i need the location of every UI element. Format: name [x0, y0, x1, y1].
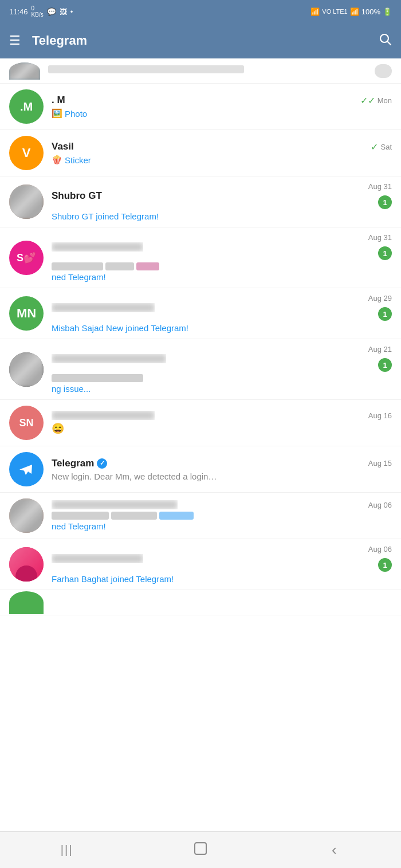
status-left: 11:46 0KB/s 💬 🖼 •	[9, 5, 73, 18]
chat-item-farhan[interactable]: Aug 06 1 Farhan Baghat joined Telegram!	[0, 539, 401, 590]
blurred-name	[52, 303, 155, 312]
avatar-initials: SN	[19, 417, 33, 429]
partial-chat-item[interactable]	[0, 58, 401, 84]
hamburger-menu-icon[interactable]: ☰	[9, 33, 21, 48]
svg-rect-2	[195, 843, 206, 854]
chat-time: Aug 29	[368, 294, 392, 303]
status-bar: 11:46 0KB/s 💬 🖼 • 📶 VO LTE1 📶 100% 🔋	[0, 0, 401, 23]
chat-header: Aug 31 1	[52, 233, 392, 260]
emoji-preview: 😄	[52, 422, 64, 435]
signal-bars: 📶	[350, 7, 359, 16]
back-icon: ‹	[332, 841, 337, 859]
avatar-shubro	[9, 184, 44, 219]
chat-preview: ng issue...	[52, 374, 392, 394]
chat-content-sn: Aug 16 😄	[52, 411, 392, 435]
chat-item-vasil[interactable]: V Vasil ✓ Sat 🍿 Sticker	[0, 130, 401, 176]
chat-time: ✓ Sat	[371, 142, 392, 152]
chat-preview: ned Telegram!	[52, 512, 392, 531]
avatar-blurred-aug06-1	[9, 498, 44, 533]
chat-name	[52, 242, 143, 252]
app-bar: ☰ Telegram	[0, 23, 401, 58]
status-right: 📶 VO LTE1 📶 100% 🔋	[310, 7, 392, 16]
chat-list: .M . M ✓✓ Mon 🖼️ Photo V	[0, 58, 401, 615]
chat-item-blurred-aug06-1[interactable]: Aug 06 ned Telegram!	[0, 493, 401, 539]
chat-item-telegram[interactable]: Telegram ✓ Aug 15 New login. Dear Mm, we…	[0, 446, 401, 493]
chat-name: Vasil	[52, 141, 74, 152]
chat-name: . M	[52, 95, 65, 106]
chat-time: Aug 15	[368, 459, 392, 468]
dot-indicator: •	[70, 7, 73, 16]
blurred-name	[52, 354, 166, 363]
nav-back-button[interactable]: ‹	[311, 839, 357, 862]
image-icon: 🖼	[60, 7, 67, 16]
chat-header: Telegram ✓ Aug 15	[52, 458, 392, 469]
chat-meta: Aug 21 1	[352, 345, 392, 372]
chat-meta: Aug 31 1	[352, 233, 392, 260]
nav-home-button[interactable]	[178, 839, 223, 862]
chat-header: Aug 29 1	[52, 294, 392, 321]
app-title: Telegram	[32, 33, 378, 48]
kb-indicator: 0KB/s	[32, 5, 44, 18]
double-check-icon: ✓✓	[360, 95, 375, 106]
chat-content-farhan: Aug 06 1 Farhan Baghat joined Telegram!	[52, 545, 392, 584]
chat-preview: 🍿 Sticker	[52, 155, 392, 165]
partial-bottom-item[interactable]	[0, 590, 401, 615]
avatar-initials: S💕	[17, 252, 36, 264]
avatar-blurred-aug21	[9, 352, 44, 387]
chat-name	[52, 354, 166, 363]
photo-emoji: 🖼️	[52, 108, 62, 119]
chat-header: Aug 16	[52, 411, 392, 420]
chat-name	[52, 303, 155, 312]
chat-item-sn[interactable]: SN Aug 16 😄	[0, 400, 401, 446]
avatar-telegram	[9, 452, 44, 486]
avatar-mn: MN	[9, 296, 44, 331]
blurred-name	[52, 554, 143, 563]
nav-bar: ||| ‹	[0, 831, 401, 868]
avatar-dot-m: .M	[9, 89, 44, 124]
single-check-icon: ✓	[371, 142, 378, 152]
chat-content-telegram: Telegram ✓ Aug 15 New login. Dear Mm, we…	[52, 458, 392, 481]
chat-name	[52, 411, 155, 420]
chat-item-mn[interactable]: MN Aug 29 1 Misbah Sajad New joined Tele…	[0, 288, 401, 339]
chat-name: Shubro GT	[52, 190, 102, 202]
lte-indicator: VO LTE1	[322, 8, 347, 15]
avatar-initials: .M	[20, 100, 33, 113]
chat-item-s-heart[interactable]: S💕 Aug 31 1	[0, 227, 401, 288]
unread-badge: 1	[378, 558, 392, 572]
chat-preview: Misbah Sajad New joined Telegram!	[52, 323, 392, 333]
sticker-emoji: 🍿	[52, 155, 62, 165]
chat-time: ✓✓ Mon	[360, 95, 392, 106]
chat-item-shubro[interactable]: Shubro GT Aug 31 1 Shubro GT joined Tele…	[0, 176, 401, 227]
chat-preview: New login. Dear Mm, we detected a login…	[52, 472, 392, 481]
chat-item-dot-m[interactable]: .M . M ✓✓ Mon 🖼️ Photo	[0, 84, 401, 130]
chat-preview: ned Telegram!	[52, 262, 392, 282]
unread-badge: 1	[378, 195, 392, 209]
chat-preview: Shubro GT joined Telegram!	[52, 211, 392, 221]
chat-preview: 🖼️ Photo	[52, 108, 392, 119]
avatar-farhan	[9, 547, 44, 582]
chat-meta: Aug 16	[352, 411, 392, 420]
blurred-name	[52, 411, 155, 420]
chat-header: Shubro GT Aug 31 1	[52, 182, 392, 209]
nav-recent-button[interactable]: |||	[44, 839, 90, 862]
battery-icon: 🔋	[383, 7, 392, 16]
chat-meta: Aug 15	[352, 459, 392, 468]
chat-item-blurred-aug21[interactable]: Aug 21 1 ng issue...	[0, 339, 401, 400]
chat-content-dot-m: . M ✓✓ Mon 🖼️ Photo	[52, 95, 392, 119]
avatar-s-heart: S💕	[9, 241, 44, 275]
chat-time: Aug 21	[368, 345, 392, 354]
preview-text: ned Telegram!	[52, 521, 194, 531]
whatsapp-icon: 💬	[47, 7, 56, 16]
unread-badge: 1	[378, 307, 392, 321]
chat-name	[52, 500, 178, 509]
chat-name: Telegram ✓	[52, 458, 107, 469]
chat-header: Vasil ✓ Sat	[52, 141, 392, 152]
chat-content-s-heart: Aug 31 1 ned Telegram!	[52, 233, 392, 282]
avatar-partial-bottom	[9, 591, 44, 614]
search-button[interactable]	[378, 32, 392, 49]
home-icon	[192, 840, 209, 860]
chat-preview: 😄	[52, 422, 392, 435]
chat-meta: Aug 06 1	[352, 545, 392, 572]
chat-time: Aug 31	[368, 233, 392, 242]
battery-text: 100%	[361, 7, 380, 16]
